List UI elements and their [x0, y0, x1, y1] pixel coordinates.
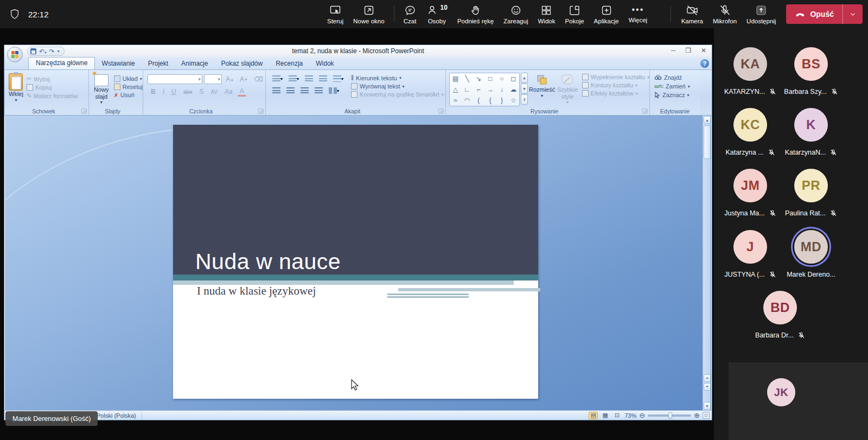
align-right-button[interactable]	[298, 86, 311, 95]
raise-hand-button[interactable]: Podnieś rękę	[452, 4, 499, 24]
find-button[interactable]: Znajdź	[654, 74, 700, 81]
new-window-button[interactable]: Nowe okno	[348, 4, 390, 24]
increase-indent-button[interactable]	[317, 74, 329, 84]
tab-wstawianie[interactable]: Wstawianie	[95, 58, 141, 69]
redo-icon[interactable]: ↷	[49, 48, 55, 55]
camera-button[interactable]: Kamera	[676, 4, 708, 24]
close-button[interactable]: ✕	[701, 47, 706, 54]
justify-button[interactable]	[312, 86, 325, 95]
window-titlebar[interactable]: temat 2, nuda w klasie - Microsoft Power…	[4, 45, 712, 57]
clipboard-dialog-launcher[interactable]: ◿	[81, 109, 87, 114]
paste-button[interactable]: Wklej▾	[9, 73, 23, 103]
save-icon[interactable]	[30, 48, 36, 54]
react-button[interactable]: Zareaguj	[499, 4, 533, 24]
change-case-button[interactable]: Aa	[222, 87, 235, 97]
more-button[interactable]: ••• Więcej	[624, 4, 653, 23]
avatar[interactable]: PR	[794, 169, 828, 202]
tab-narzedzia-glowne[interactable]: Narzędzia główne	[28, 57, 95, 69]
undo-icon[interactable]: ↶▾	[39, 48, 47, 55]
leave-options-button[interactable]	[843, 10, 863, 18]
fit-slide-button[interactable]	[703, 412, 710, 419]
participant-video-tile[interactable]: JK	[729, 362, 868, 440]
clear-formatting-button[interactable]: ⌫	[252, 74, 265, 84]
shape-elbow-icon[interactable]: ∟	[464, 86, 470, 93]
slide-subtitle[interactable]: I nuda w klasie językowej	[197, 284, 316, 298]
shape-oval-icon[interactable]: ○	[500, 75, 503, 82]
normal-view-button[interactable]: ▤	[589, 412, 598, 419]
cut-button[interactable]: ✂Wytnij	[27, 75, 78, 82]
shape-star-icon[interactable]: ☆	[510, 97, 516, 104]
zoom-slider[interactable]	[648, 415, 691, 417]
avatar-active-speaker[interactable]: MD	[794, 230, 828, 264]
language-indicator[interactable]: Polski (Polska)	[91, 412, 142, 419]
microphone-button[interactable]: Mikrofon	[708, 4, 742, 24]
share-button[interactable]: Udostępnij	[742, 4, 781, 24]
rooms-button[interactable]: Pokoje	[560, 4, 589, 24]
shape-arc-icon[interactable]: ◠	[464, 97, 470, 104]
chat-button[interactable]: Czat	[399, 4, 422, 24]
shape-fill-button[interactable]: Wypełnienie kształtu▾	[582, 74, 649, 80]
tab-recenzja[interactable]: Recenzja	[269, 58, 309, 69]
zoom-level[interactable]: 73%	[624, 412, 636, 419]
bold-button[interactable]: B	[149, 87, 158, 97]
shape-rounded-rectangle-icon[interactable]: ◻	[510, 75, 516, 82]
decrease-indent-button[interactable]	[303, 74, 315, 84]
people-button[interactable]: 10 Osoby	[422, 4, 452, 24]
minimize-button[interactable]: ─	[671, 47, 676, 54]
shapes-scroll-down[interactable]: ▼	[521, 84, 528, 94]
tab-animacje[interactable]: Animacje	[175, 58, 214, 69]
apps-button[interactable]: Aplikacje	[589, 4, 624, 24]
arrange-button[interactable]: Rozmieść▾	[529, 70, 555, 106]
font-size-select[interactable]: ▾	[204, 74, 222, 84]
slide[interactable]: Nuda w nauce I nuda w klasie językowej	[173, 125, 538, 399]
avatar[interactable]: K	[794, 108, 828, 142]
avatar[interactable]: BS	[794, 47, 828, 81]
slide-sorter-view-button[interactable]: ▦	[601, 412, 610, 419]
qat-customize-icon[interactable]: ▾	[58, 49, 60, 54]
avatar[interactable]: J	[733, 230, 767, 264]
columns-button[interactable]: ▾	[327, 86, 341, 95]
slide-canvas[interactable]: Nuda w nauce I nuda w klasie językowej ▲…	[5, 116, 711, 410]
scroll-down-button[interactable]: ▼	[704, 402, 711, 410]
align-center-button[interactable]	[284, 86, 297, 95]
avatar[interactable]: KA	[733, 47, 767, 81]
zoom-in-button[interactable]: ⊕	[694, 411, 700, 419]
bullets-button[interactable]: ▾	[270, 74, 285, 84]
line-spacing-button[interactable]: ▾	[331, 74, 346, 84]
replace-button[interactable]: a⇄c Zamień▾	[654, 83, 700, 90]
font-dialog-launcher[interactable]: ◿	[258, 109, 264, 114]
delete-slide-button[interactable]: ✗Usuń	[114, 92, 143, 98]
shape-curve-icon[interactable]: (	[477, 97, 480, 104]
tab-projekt[interactable]: Projekt	[142, 58, 175, 69]
scroll-up-button[interactable]: ▲	[704, 116, 711, 124]
font-color-button[interactable]: A	[238, 87, 246, 97]
format-painter-button[interactable]: ✎Malarz formatów	[27, 92, 78, 99]
avatar[interactable]: BD	[763, 291, 797, 324]
vertical-scrollbar[interactable]: ▲ ⏶ ⏷ ▼	[703, 116, 711, 410]
shape-textbox-icon[interactable]: ▤	[452, 75, 458, 82]
shape-right-arrow-icon[interactable]: →	[487, 86, 494, 93]
shapes-more-button[interactable]: ⊽	[521, 94, 528, 105]
shape-scribble-icon[interactable]: ≈	[454, 97, 457, 104]
drawing-dialog-launcher[interactable]: ◿	[642, 109, 648, 114]
leave-button[interactable]: Opuść	[786, 4, 863, 24]
avatar[interactable]: JK	[767, 378, 795, 406]
italic-button[interactable]: I	[161, 87, 167, 97]
character-spacing-button[interactable]: AV	[208, 87, 220, 97]
slideshow-view-button[interactable]: ⊡	[612, 412, 622, 419]
shape-left-brace-icon[interactable]: {	[489, 97, 492, 104]
underline-button[interactable]: U	[169, 87, 178, 97]
smartart-button[interactable]: Konwertuj na grafikę SmartArt▾	[351, 91, 444, 98]
slide-title[interactable]: Nuda w nauce	[195, 249, 341, 275]
align-text-button[interactable]: Wyrównaj tekst▾	[351, 83, 444, 90]
quick-styles-button[interactable]: Szybkie style▾	[555, 70, 580, 106]
tab-widok[interactable]: Widok	[309, 58, 340, 69]
text-direction-button[interactable]: ⫼Kierunek tekstu▾	[351, 74, 444, 81]
new-slide-button[interactable]: Nowy slajd▾	[92, 72, 111, 105]
avatar[interactable]: KC	[733, 108, 767, 142]
shape-arrow-icon[interactable]: ↘	[476, 75, 481, 82]
shape-triangle-icon[interactable]: △	[453, 86, 458, 93]
shadow-button[interactable]: S	[197, 87, 206, 97]
copy-button[interactable]: Kopiuj	[27, 84, 78, 91]
reset-button[interactable]: Resetuj	[114, 84, 143, 90]
